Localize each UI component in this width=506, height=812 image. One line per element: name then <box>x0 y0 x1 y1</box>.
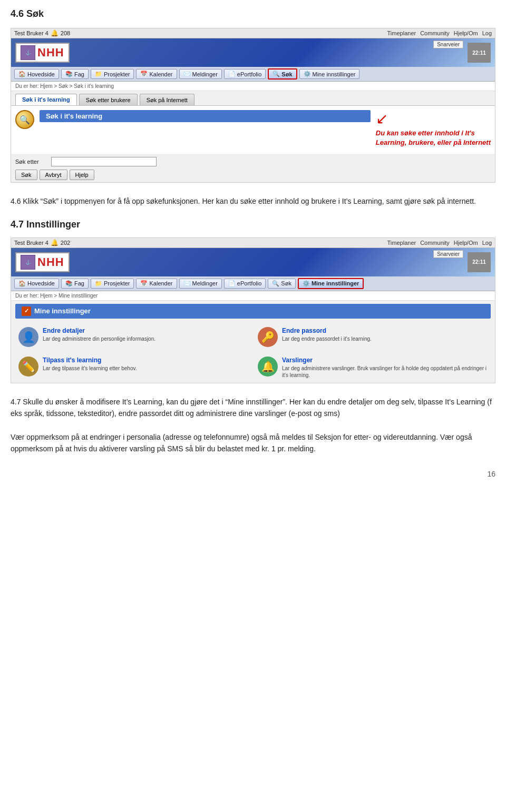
nav-btn-innstillinger2[interactable]: ⚙️ Mine innstillinger <box>298 278 364 289</box>
settings-item-endre-passord[interactable]: 🔑 Endre passord Lar deg endre passordet … <box>256 325 490 349</box>
innstillinger-heading: Mine innstillinger <box>34 307 91 315</box>
settings-title-endre-detaljer: Endre detaljer <box>43 327 155 334</box>
settings-item-tilpass[interactable]: ✏️ Tilpass it's learning Lar deg tilpass… <box>16 354 250 381</box>
page-number: 16 <box>0 461 506 487</box>
topbar2-hjelp[interactable]: Hjelp/Om <box>454 240 478 246</box>
nav-buttons-bar2: 🏠 Hovedside 📚 Fag 📁 Prosjekter 📅 Kalende… <box>11 276 495 291</box>
search-label1: Søk etter <box>15 159 47 165</box>
body-text2-p2: Vær oppmerksom på at endringer i persona… <box>11 431 495 455</box>
topbar1: Test Bruker 4 🔔 208 Timeplaner Community… <box>11 28 495 38</box>
nav-btn-fag2[interactable]: 📚 Fag <box>61 279 89 289</box>
bell-icon2: 🔔 <box>51 239 59 246</box>
btn-avbryt1[interactable]: Avbryt <box>40 170 67 180</box>
user-label2: Test Bruker 4 <box>14 240 48 246</box>
topbar2-community[interactable]: Community <box>420 240 450 246</box>
search-main-area: Søk i it's learning <box>40 110 371 125</box>
settings-desc-varslinger: Lar deg administrere varslinger. Bruk va… <box>282 365 488 379</box>
bell-icon: 🔔 <box>51 29 59 37</box>
settings-desc-endre-detaljer: Lar deg administrere din personlige info… <box>43 335 155 342</box>
nav-btn-meldinger1[interactable]: ✉️ Meldinger <box>179 69 222 79</box>
breadcrumb-text2: Du er her: Hjem > Mine innstillinger <box>15 293 98 299</box>
nhh-logo1: ⚓ NHH <box>15 43 70 63</box>
search-form-row1: Søk etter <box>15 157 491 166</box>
settings-item-varslinger[interactable]: 🔔 Varslinger Lar deg administrere varsli… <box>256 354 490 381</box>
logo-bar1: ⚓ NHH 22:11 Snarveier <box>11 38 495 67</box>
topbar-timeplaner[interactable]: Timeplaner <box>387 30 416 36</box>
topbar-hjelp[interactable]: Hjelp/Om <box>454 30 478 36</box>
nav-btn-prosjekter1[interactable]: 📁 Prosjekter <box>91 69 134 79</box>
settings-icon-endre-passord: 🔑 <box>258 327 278 347</box>
snarveier-box1: Snarveier <box>433 41 463 48</box>
settings-grid: 👤 Endre detaljer Lar deg administrere di… <box>11 323 495 383</box>
nav-btn-hovedside2[interactable]: 🏠 Hovedside <box>14 279 59 289</box>
search-icon-big1: 🔍 <box>15 110 34 129</box>
body-text1: 4.6 Klikk “Søk” i toppmenyen for å få op… <box>0 189 506 213</box>
red-arrow1: ↙ <box>376 110 388 127</box>
topbar-log[interactable]: Log <box>482 30 492 36</box>
section2-title: 4.7 Innstillinger <box>0 214 506 233</box>
snarveier-box2: Snarveier <box>433 250 463 258</box>
section1-title: 4.6 Søk <box>0 0 506 24</box>
nav-btn-meldinger2[interactable]: ✉️ Meldinger <box>179 279 222 289</box>
body-text2-p1: 4.7 Skulle du ønsker å modifisere It’s L… <box>11 396 495 420</box>
search-heading1: Søk i it's learning <box>40 110 371 122</box>
settings-title-varslinger: Varslinger <box>282 357 488 364</box>
settings-title-endre-passord: Endre passord <box>282 327 372 334</box>
settings-content-endre-passord: Endre passord Lar deg endre passordet i … <box>282 327 372 342</box>
settings-icon-endre-detaljer: 👤 <box>18 327 38 347</box>
settings-content-endre-detaljer: Endre detaljer Lar deg administrere din … <box>43 327 155 342</box>
nav-buttons-bar1: 🏠 Hovedside 📚 Fag 📁 Prosjekter 📅 Kalende… <box>11 67 495 82</box>
tab-sok-internett[interactable]: Søk på Internett <box>140 94 194 105</box>
settings-title-tilpass: Tilpass it's learning <box>43 357 137 364</box>
btn-sok1[interactable]: Søk <box>15 170 37 180</box>
nhh-crest1: ⚓ <box>21 45 35 60</box>
tab-sok-its[interactable]: Søk i it's learning <box>15 94 77 105</box>
nav-btn-eportfolio2[interactable]: 📄 ePortfolio <box>224 279 266 289</box>
logo-clock1: 22:11 <box>468 43 491 63</box>
topbar2: Test Bruker 4 🔔 202 Timeplaner Community… <box>11 238 495 248</box>
nav-btn-sok1[interactable]: 🔍 Søk <box>268 68 297 80</box>
settings-content-tilpass: Tilpass it's learning Lar deg tilpasse i… <box>43 357 137 372</box>
logo-bar2: ⚓ NHH 22:11 Snarveier <box>11 248 495 276</box>
nav-btn-sok2[interactable]: 🔍 Søk <box>268 279 296 289</box>
nav-btn-prosjekter2[interactable]: 📁 Prosjekter <box>91 279 134 289</box>
message-count: 208 <box>61 30 70 36</box>
topbar2-user: Test Bruker 4 🔔 202 <box>14 239 70 246</box>
action-btns1: Søk Avbryt Hjelp <box>15 170 491 180</box>
innstillinger-icon: ✓ <box>22 306 31 316</box>
annotation-text1: Du kan søke etter innhold i It'sLearning… <box>376 128 491 147</box>
breadcrumb1: Du er her: Hjem > Søk > Søk i it's learn… <box>11 82 495 91</box>
nhh-crest2: ⚓ <box>21 255 35 270</box>
logo-clock2: 22:11 <box>468 252 491 272</box>
topbar2-timeplaner[interactable]: Timeplaner <box>387 240 416 246</box>
nav-btn-innstillinger1[interactable]: ⚙️ Mine innstillinger <box>299 69 360 79</box>
nav-btn-eportfolio1[interactable]: 📄 ePortfolio <box>224 69 266 79</box>
screenshot1-box: Test Bruker 4 🔔 208 Timeplaner Community… <box>11 28 495 183</box>
settings-icon-tilpass: ✏️ <box>18 357 38 377</box>
nhh-text2: NHH <box>37 255 64 269</box>
innstillinger-header: ✓ Mine innstillinger <box>15 304 491 319</box>
topbar-community[interactable]: Community <box>420 30 450 36</box>
topbar1-user: Test Bruker 4 🔔 208 <box>14 29 70 37</box>
settings-item-endre-detaljer[interactable]: 👤 Endre detaljer Lar deg administrere di… <box>16 325 250 349</box>
breadcrumb2: Du er her: Hjem > Mine innstillinger <box>11 291 495 301</box>
settings-desc-tilpass: Lar deg tilpasse it's learning etter beh… <box>43 365 137 372</box>
message-count2: 202 <box>61 240 70 246</box>
settings-icon-varslinger: 🔔 <box>258 357 278 377</box>
tab-sok-brukere[interactable]: Søk etter brukere <box>79 94 138 105</box>
annotation-area1: ↙ Du kan søke etter innhold i It'sLearni… <box>376 110 491 150</box>
nhh-logo2: ⚓ NHH <box>15 252 70 272</box>
screenshot2-box: Test Bruker 4 🔔 202 Timeplaner Community… <box>11 237 495 383</box>
search-input1[interactable] <box>51 157 157 166</box>
topbar2-log[interactable]: Log <box>482 240 492 246</box>
nav-btn-kalender1[interactable]: 📅 Kalender <box>136 69 177 79</box>
body-text2: 4.7 Skulle du ønsker å modifisere It’s L… <box>0 390 506 461</box>
btn-hjelp1[interactable]: Hjelp <box>70 170 94 180</box>
nav-btn-kalender2[interactable]: 📅 Kalender <box>136 279 177 289</box>
search-form1: Søk etter Søk Avbryt Hjelp <box>11 157 495 180</box>
nav-btn-hovedside1[interactable]: 🏠 Hovedside <box>14 69 59 79</box>
user-label: Test Bruker 4 <box>14 30 48 36</box>
nav-btn-fag1[interactable]: 📚 Fag <box>61 69 89 79</box>
settings-desc-endre-passord: Lar deg endre passordet i it's learning. <box>282 335 372 342</box>
search-content1: 🔍 Søk i it's learning ↙ Du kan søke ette… <box>11 106 495 154</box>
